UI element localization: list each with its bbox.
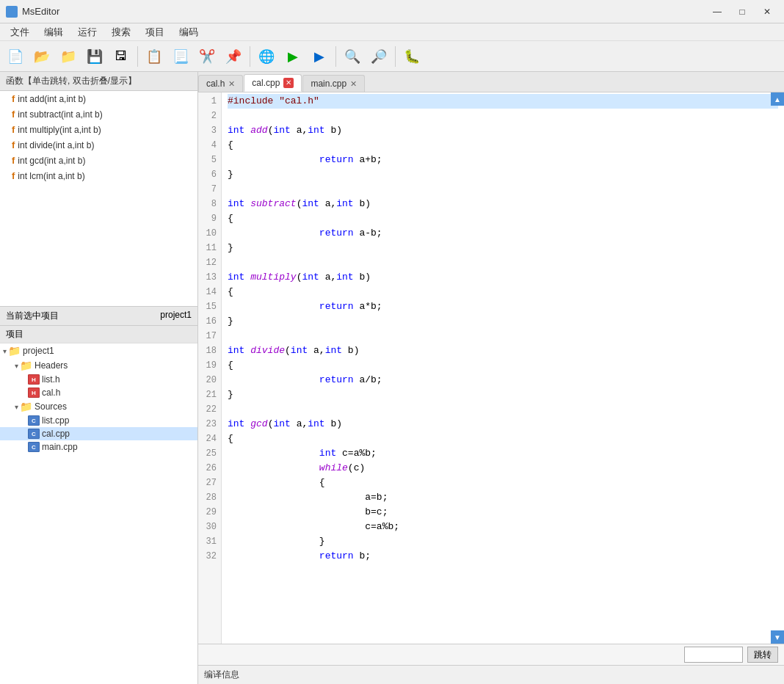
debug-btn[interactable]: 🐛	[399, 44, 424, 69]
toolbar: 📄📂📁💾🖫📋📃✂️📌🌐▶▶🔍🔎🐛	[0, 41, 784, 72]
tab-cal-h[interactable]: cal.h✕	[198, 75, 243, 92]
cal-h-icon: H	[28, 388, 40, 398]
code-line: return a-b;	[228, 226, 778, 241]
open-folder-btn[interactable]: 📁	[56, 44, 81, 69]
headers-folder-icon: 📁	[20, 360, 32, 371]
menu-item-编码[interactable]: 编码	[172, 24, 206, 40]
func-f-icon: f	[12, 155, 15, 166]
tree-item-list-cpp[interactable]: C list.cpp	[0, 414, 197, 427]
list-h-icon: H	[28, 374, 40, 385]
scroll-up-button[interactable]: ▲	[771, 92, 784, 106]
tree-item-cal-h[interactable]: H cal.h	[0, 386, 197, 399]
new2-btn[interactable]: 📃	[168, 44, 193, 69]
func-f-icon: f	[12, 139, 15, 150]
cal-cpp-icon: C	[28, 429, 40, 439]
code-line: return b;	[228, 549, 778, 564]
code-area: 1234567891011121314151617181920212223242…	[198, 92, 784, 644]
tree-root[interactable]: ▾ 📁 project1	[0, 343, 197, 358]
function-item[interactable]: fint add(int a,int b)	[0, 91, 197, 106]
jump-input[interactable]	[684, 647, 743, 663]
tab-close[interactable]: ✕	[350, 79, 357, 89]
menu-item-搜索[interactable]: 搜索	[104, 24, 138, 40]
line-number: 19	[198, 358, 221, 373]
root-label: project1	[23, 346, 54, 356]
func-item-label: int divide(int a,int b)	[18, 140, 94, 150]
tab-close[interactable]: ✕	[228, 79, 235, 89]
new-file-btn[interactable]: 📄	[3, 44, 28, 69]
line-number: 13	[198, 270, 221, 285]
search-btn[interactable]: 🔍	[340, 44, 365, 69]
func-item-label: int add(int a,int b)	[18, 94, 86, 104]
project-tree: ▾ 📁 project1 ▾ 📁 Headers H list.h H	[0, 343, 197, 454]
code-line: int multiply(int a,int b)	[228, 270, 778, 285]
function-item[interactable]: fint lcm(int a,int b)	[0, 168, 197, 183]
line-number: 21	[198, 388, 221, 402]
app-icon	[6, 6, 18, 18]
line-number: 29	[198, 505, 221, 520]
func-f-icon: f	[12, 93, 15, 104]
project-header: 当前选中项目 project1	[0, 307, 197, 326]
line-number: 11	[198, 241, 221, 255]
func-f-icon: f	[12, 124, 15, 135]
replace-btn[interactable]: 🔎	[366, 44, 391, 69]
cut-btn[interactable]: ✂️	[195, 44, 219, 69]
function-panel-header: 函数【单击跳转, 双击折叠/显示】	[0, 72, 197, 91]
save-btn[interactable]: 💾	[82, 44, 107, 69]
root-chevron: ▾	[3, 347, 7, 355]
line-number: 18	[198, 343, 221, 358]
function-item[interactable]: fint subtract(int a,int b)	[0, 106, 197, 122]
globe-btn[interactable]: 🌐	[254, 44, 279, 69]
jump-button[interactable]: 跳转	[747, 647, 778, 663]
maximize-button[interactable]: □	[731, 4, 753, 19]
tab-bar: cal.h✕cal.cpp✕main.cpp✕	[198, 72, 784, 92]
menu-item-编辑[interactable]: 编辑	[37, 24, 70, 40]
line-number: 5	[198, 153, 221, 167]
function-item[interactable]: fint multiply(int a,int b)	[0, 122, 197, 137]
func-f-icon: f	[12, 109, 15, 120]
menu-item-文件[interactable]: 文件	[3, 24, 37, 40]
menu-item-项目[interactable]: 项目	[138, 24, 172, 40]
line-numbers: 1234567891011121314151617181920212223242…	[198, 92, 222, 644]
tree-item-cal-cpp[interactable]: C cal.cpp	[0, 427, 197, 440]
tab-close-red[interactable]: ✕	[283, 78, 294, 88]
bottom-section: 跳转 编译信息	[198, 644, 784, 684]
line-number: 15	[198, 299, 221, 314]
line-number: 8	[198, 197, 221, 211]
sources-label: Sources	[35, 401, 67, 412]
save-all-btn[interactable]: 🖫	[109, 44, 134, 69]
code-line: b=c;	[228, 505, 778, 520]
main-cpp-icon: C	[28, 442, 40, 452]
open-btn[interactable]: 📂	[29, 44, 54, 69]
menu-item-运行[interactable]: 运行	[70, 24, 104, 40]
function-item[interactable]: fint gcd(int a,int b)	[0, 153, 197, 168]
code-line: {	[228, 138, 778, 153]
minimize-button[interactable]: —	[706, 4, 728, 19]
close-button[interactable]: ✕	[756, 4, 778, 19]
sources-folder[interactable]: ▾ 📁 Sources	[0, 399, 197, 414]
tree-item-list-h[interactable]: H list.h	[0, 373, 197, 386]
run-btn[interactable]: ▶	[280, 44, 305, 69]
debug-run-btn[interactable]: ▶	[307, 44, 332, 69]
code-line: c=a%b;	[228, 520, 778, 534]
tree-item-main-cpp[interactable]: C main.cpp	[0, 440, 197, 454]
copy-area-btn[interactable]: 📋	[142, 44, 167, 69]
code-line: return a/b;	[228, 373, 778, 388]
paste-btn[interactable]: 📌	[221, 44, 246, 69]
left-panel: 函数【单击跳转, 双击折叠/显示】 fint add(int a,int b)f…	[0, 72, 198, 684]
scroll-down-button[interactable]: ▼	[771, 630, 784, 644]
line-number: 30	[198, 520, 221, 534]
headers-label: Headers	[35, 360, 68, 371]
tab-main-cpp[interactable]: main.cpp✕	[302, 75, 365, 92]
title-bar: MsEditor — □ ✕	[0, 0, 784, 23]
code-line	[228, 402, 778, 417]
toolbar-separator	[137, 46, 138, 67]
function-item[interactable]: fint divide(int a,int b)	[0, 137, 197, 153]
code-line	[228, 109, 778, 123]
code-content[interactable]: #include "cal.h" int add(int a,int b){ r…	[222, 92, 784, 644]
toolbar-separator	[395, 46, 396, 67]
line-number: 28	[198, 490, 221, 505]
headers-folder[interactable]: ▾ 📁 Headers	[0, 358, 197, 373]
tab-cal-cpp[interactable]: cal.cpp✕	[244, 74, 302, 92]
line-number: 6	[198, 167, 221, 182]
code-line: return a*b;	[228, 299, 778, 314]
